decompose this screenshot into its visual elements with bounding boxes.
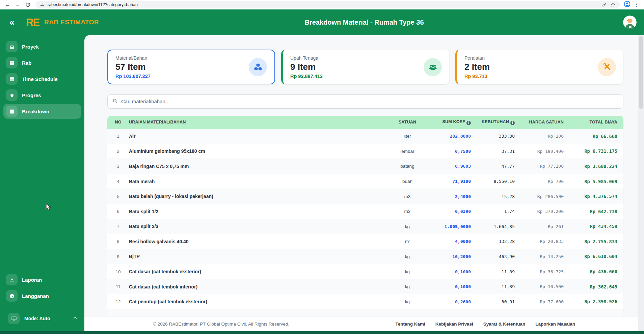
info-icon[interactable]: [466, 121, 471, 125]
card-peralatan[interactable]: Peralatan 2 Item Rp 93.713: [455, 50, 623, 84]
star-icon: [6, 89, 18, 101]
table-row[interactable]: 6 Batu split 1/2 m3 0,0390 1,74 Rp 370.2…: [107, 204, 623, 219]
row-harga-satuan: Rp 14.250: [519, 254, 568, 259]
row-number: 11: [107, 284, 129, 289]
row-number: 7: [107, 224, 129, 229]
browser-menu-icon[interactable]: ⋮: [634, 2, 639, 8]
card-upah-tenaga[interactable]: Upah Tenaga 9 Item Rp 92.887.413: [281, 50, 449, 84]
row-kebutuhan: 30,91: [475, 299, 519, 304]
url-text[interactable]: rabestimator.id/breakdown/112?category=b…: [48, 2, 599, 7]
sidebar-item-progres[interactable]: Progres: [3, 88, 81, 103]
footer-link[interactable]: Syarat & Ketentuan: [483, 322, 526, 327]
footer-link[interactable]: Kebijakan Privasi: [435, 322, 473, 327]
card-label: Peralatan: [464, 55, 490, 61]
cubes-icon: [249, 58, 267, 76]
password-key-icon[interactable]: [602, 2, 607, 7]
tools-icon: [598, 58, 616, 76]
row-kebutuhan: 333,30: [475, 134, 519, 139]
sidebar-item-label: Langganan: [22, 293, 49, 299]
svg-text:RE: RE: [26, 17, 39, 28]
row-kebutuhan: 1.664,85: [475, 224, 519, 229]
browser-forward-button[interactable]: →: [14, 1, 22, 9]
reload-icon: [25, 2, 30, 7]
row-kebutuhan: 11,89: [475, 269, 519, 274]
sidebar-item-label: Time Schedule: [22, 76, 58, 82]
row-satuan: lembar: [385, 149, 429, 154]
row-satuan: buah: [385, 179, 429, 184]
card-amount: Rp 103.807.227: [115, 74, 151, 79]
row-satuan: kg: [385, 224, 429, 229]
sidebar-item-time-schedule[interactable]: Time Schedule: [3, 72, 81, 86]
card-material-bahan[interactable]: Material/Bahan 57 Item Rp 103.807.227: [107, 50, 275, 84]
table-row[interactable]: 11 Cat dasar (cat tembok interior) kg 0,…: [107, 279, 623, 295]
column-header-no[interactable]: NO: [107, 120, 129, 124]
table-row[interactable]: 12 Cat penutup (cat tembok eksterior) kg…: [107, 294, 623, 309]
search-icon: [112, 98, 118, 105]
sidebar-item-laporan[interactable]: Laporan: [3, 272, 81, 287]
browser-reload-button[interactable]: [24, 1, 32, 9]
row-sum-koef: 71,9100: [429, 179, 475, 184]
bookmark-star-icon[interactable]: [610, 2, 616, 7]
sidebar-item-rab[interactable]: Rab: [3, 55, 81, 70]
footer-link[interactable]: Laporkan Masalah: [535, 322, 575, 327]
chevron-up-icon: [73, 315, 78, 322]
row-sum-koef: 0,9603: [429, 164, 475, 169]
table-row[interactable]: 3 Baja ringan C75 x 0,75 mm batang 0,960…: [107, 159, 623, 174]
row-harga-satuan: Rp 30.500: [519, 284, 568, 289]
row-harga-satuan: Rp 77.600: [519, 299, 568, 304]
scrollbar-thumb[interactable]: [639, 36, 643, 109]
table-row[interactable]: 1 Air liter 202,0000 333,30 Rp 200 Rp 66…: [107, 129, 623, 144]
card-amount: Rp 93.713: [464, 74, 490, 79]
row-harga-satuan: Rp 286.500: [519, 194, 568, 199]
sidebar-item-breakdown[interactable]: Breakdown: [3, 104, 81, 119]
column-header-kebutuhan[interactable]: KEBUTUHAN: [475, 119, 519, 125]
site-settings-icon[interactable]: [40, 2, 45, 7]
info-icon[interactable]: [510, 121, 515, 125]
row-uraian: Cat dasar (cat tembok eksterior): [129, 269, 385, 274]
address-bar[interactable]: rabestimator.id/breakdown/112?category=b…: [36, 1, 620, 8]
row-satuan: liter: [385, 134, 429, 139]
column-header-sum-koef[interactable]: SUM KOEF: [429, 119, 475, 125]
home-icon: [6, 41, 18, 52]
column-header-satuan[interactable]: SATUAN: [385, 120, 429, 124]
row-uraian: Air: [129, 134, 385, 139]
scrollbar[interactable]: [638, 35, 644, 334]
browser-back-button[interactable]: ←: [3, 1, 11, 9]
column-header-harga-satuan[interactable]: HARGA SATUAN: [519, 120, 568, 124]
row-kebutuhan: 11,89: [475, 284, 519, 289]
sidebar-collapse-button[interactable]: «: [9, 18, 15, 27]
row-sum-koef: 1.009,0000: [429, 224, 475, 229]
clock-icon: [6, 290, 18, 302]
mouse-cursor: [46, 203, 51, 211]
page-title: Breakdown Material - Rumah Type 36: [84, 19, 644, 26]
column-header-total-biaya[interactable]: TOTAL BIAYA: [568, 120, 623, 124]
row-uraian: Batu split 1/2: [129, 209, 385, 214]
display-mode-toggle[interactable]: Mode: Auto: [3, 311, 81, 326]
table-row[interactable]: 5 Batu belah (quarry - lokasi pekerjaan)…: [107, 189, 623, 204]
browser-profile-icon[interactable]: [624, 1, 630, 9]
row-harga-satuan: Rp 700: [519, 179, 568, 184]
user-avatar[interactable]: [623, 16, 637, 29]
table-row[interactable]: 4 Bata merah buah 71,9100 8.550,10 Rp 70…: [107, 174, 623, 189]
table-row[interactable]: 8 Besi hollow galvanis 40.40 m' 4,0000 1…: [107, 234, 623, 249]
row-satuan: kg: [385, 284, 429, 289]
row-kebutuhan: 463,90: [475, 254, 519, 259]
row-sum-koef: 4,0000: [429, 239, 475, 244]
sidebar-item-label: Progres: [22, 92, 41, 98]
table-row[interactable]: 9 BjTP kg 10,2000 463,90 Rp 14.250 Rp 6.…: [107, 249, 623, 265]
table-row[interactable]: 2 Aluminium gelombang 95x180 cm lembar 0…: [107, 144, 623, 159]
search-bar[interactable]: [107, 94, 623, 109]
sidebar: Proyek Rab Time Schedule Progres Breakdo…: [0, 35, 84, 334]
row-number: 4: [107, 179, 129, 184]
table-row[interactable]: 10 Cat dasar (cat tembok eksterior) kg 0…: [107, 264, 623, 279]
row-uraian: Besi hollow galvanis 40.40: [129, 239, 385, 244]
row-total-biaya: Rp 642.738: [568, 209, 623, 214]
sidebar-item-langganan[interactable]: Langganan: [3, 288, 81, 303]
search-input[interactable]: [121, 99, 618, 104]
table-row[interactable]: 7 Batu split 2/3 kg 1.009,0000 1.664,85 …: [107, 219, 623, 234]
sidebar-item-proyek[interactable]: Proyek: [3, 39, 81, 54]
footer-link[interactable]: Tentang Kami: [396, 322, 425, 327]
row-satuan: kg: [385, 299, 429, 304]
table-body: 1 Air liter 202,0000 333,30 Rp 200 Rp 66…: [107, 129, 623, 309]
column-header-uraian[interactable]: URAIAN MATERIAL/BAHAN: [129, 120, 385, 124]
